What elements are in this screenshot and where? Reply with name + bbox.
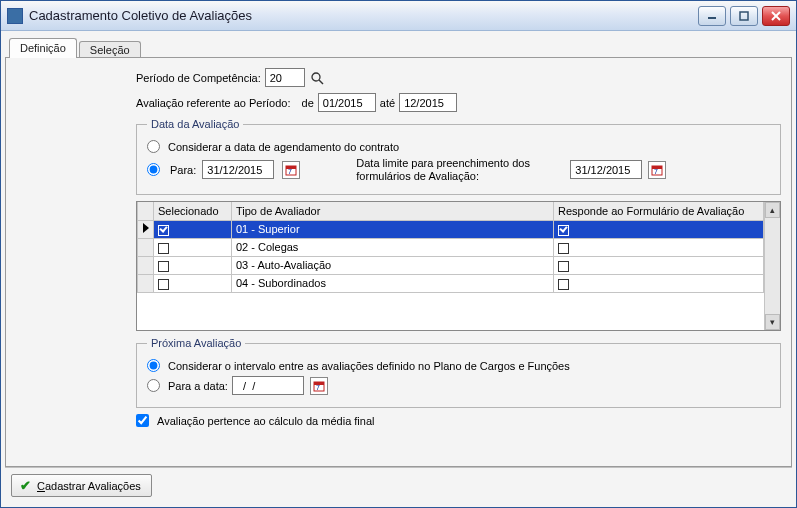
calendar-icon: 7 (285, 164, 297, 176)
scroll-up-icon[interactable]: ▴ (765, 202, 780, 218)
grid-header-row: Selecionado Tipo de Avaliador Responde a… (138, 202, 764, 220)
search-icon[interactable] (311, 72, 325, 86)
calendar-button-limite[interactable]: 7 (648, 161, 666, 179)
svg-line-2 (772, 12, 780, 20)
checkbox-selecionado[interactable] (158, 225, 169, 236)
radio-proxima-data-row: Para a data: 7 (147, 376, 770, 395)
radio-agendamento-label: Considerar a data de agendamento do cont… (168, 141, 399, 153)
checkbox-selecionado[interactable] (158, 279, 169, 290)
para-date-input[interactable] (202, 160, 274, 179)
calendar-icon: 7 (651, 164, 663, 176)
svg-line-5 (319, 80, 323, 84)
svg-rect-13 (314, 382, 324, 385)
window-frame: Cadastramento Coletivo de Avaliações Def… (0, 0, 797, 508)
grid-scrollbar[interactable]: ▴ ▾ (764, 202, 780, 330)
svg-text:7: 7 (288, 168, 292, 175)
tab-strip: Definição Seleção (5, 35, 792, 57)
calendar-icon: 7 (313, 380, 325, 392)
radio-para-row: Para: 7 Data limite para preenchimento d… (147, 157, 770, 182)
svg-rect-6 (286, 166, 296, 175)
group-proxima-legend: Próxima Avaliação (147, 337, 245, 349)
group-data-avaliacao-legend: Data da Avaliação (147, 118, 243, 130)
table-row[interactable]: 01 - Superior (138, 220, 764, 238)
referente-de-input[interactable] (318, 93, 376, 112)
window-title: Cadastramento Coletivo de Avaliações (29, 8, 698, 23)
checkbox-selecionado[interactable] (158, 261, 169, 272)
scroll-track[interactable] (765, 218, 780, 314)
proxima-data-input[interactable] (232, 376, 304, 395)
cadastrar-button[interactable]: ✔ Cadastrar Avaliações (11, 474, 152, 497)
referente-de-label: de (302, 97, 314, 109)
close-button[interactable] (762, 6, 790, 26)
maximize-button[interactable] (730, 6, 758, 26)
radio-plano[interactable] (147, 359, 160, 372)
calendar-button-para[interactable]: 7 (282, 161, 300, 179)
maximize-icon (739, 11, 749, 21)
radio-agendamento-row: Considerar a data de agendamento do cont… (147, 140, 770, 153)
periodo-label: Período de Competência: (136, 72, 261, 84)
media-final-row: Avaliação pertence ao cálculo da média f… (136, 414, 781, 427)
radio-para-label: Para: (170, 164, 196, 176)
checkbox-selecionado[interactable] (158, 243, 169, 254)
scroll-down-icon[interactable]: ▾ (765, 314, 780, 330)
window-buttons (698, 6, 790, 26)
checkbox-responde[interactable] (558, 225, 569, 236)
radio-proxima-data[interactable] (147, 379, 160, 392)
grid-header-responde[interactable]: Responde ao Formulário de Avaliação (554, 202, 764, 220)
footer-bar: ✔ Cadastrar Avaliações (5, 467, 792, 503)
cell-tipo: 04 - Subordinados (232, 274, 554, 292)
cadastrar-button-label: Cadastrar Avaliações (37, 480, 141, 492)
referente-row: Avaliação referente ao Período: de até (136, 93, 781, 112)
radio-plano-label: Considerar o intervalo entre as avaliaçõ… (168, 360, 570, 372)
svg-text:7: 7 (316, 384, 320, 391)
minimize-button[interactable] (698, 6, 726, 26)
periodo-row: Período de Competência: (136, 68, 781, 87)
avaliador-table: Selecionado Tipo de Avaliador Responde a… (137, 202, 764, 293)
group-data-avaliacao: Data da Avaliação Considerar a data de a… (136, 118, 781, 195)
svg-rect-9 (652, 166, 662, 175)
table-row[interactable]: 03 - Auto-Avaliação (138, 256, 764, 274)
svg-line-3 (772, 12, 780, 20)
svg-rect-10 (652, 166, 662, 169)
periodo-input[interactable] (265, 68, 305, 87)
radio-para[interactable] (147, 163, 160, 176)
limite-block: Data limite para preenchimento dos formu… (356, 157, 666, 182)
tab-page-definicao: Período de Competência: Avaliação refere… (5, 57, 792, 467)
limite-date-input[interactable] (570, 160, 642, 179)
titlebar: Cadastramento Coletivo de Avaliações (1, 1, 796, 31)
close-icon (771, 11, 781, 21)
table-row[interactable]: 02 - Colegas (138, 238, 764, 256)
radio-plano-row: Considerar o intervalo entre as avaliaçõ… (147, 359, 770, 372)
checkbox-responde[interactable] (558, 261, 569, 272)
checkbox-responde[interactable] (558, 243, 569, 254)
cell-tipo: 02 - Colegas (232, 238, 554, 256)
app-icon (7, 8, 23, 24)
radio-proxima-data-label: Para a data: (168, 380, 228, 392)
tab-definicao[interactable]: Definição (9, 38, 77, 58)
row-pointer-icon (143, 223, 149, 233)
checkbox-media-final[interactable] (136, 414, 149, 427)
svg-rect-1 (740, 12, 748, 20)
minimize-icon (707, 11, 717, 21)
referente-ate-label: até (380, 97, 395, 109)
radio-agendamento[interactable] (147, 140, 160, 153)
calendar-button-proxima[interactable]: 7 (310, 377, 328, 395)
avaliador-grid: Selecionado Tipo de Avaliador Responde a… (136, 201, 781, 331)
svg-point-4 (312, 73, 320, 81)
checkbox-responde[interactable] (558, 279, 569, 290)
table-row[interactable]: 04 - Subordinados (138, 274, 764, 292)
referente-label: Avaliação referente ao Período: (136, 97, 291, 109)
svg-text:7: 7 (654, 168, 658, 175)
media-final-label: Avaliação pertence ao cálculo da média f… (157, 415, 375, 427)
grid-header-tipo[interactable]: Tipo de Avaliador (232, 202, 554, 220)
client-area: Definição Seleção Período de Competência… (1, 31, 796, 507)
svg-rect-7 (286, 166, 296, 169)
grid-header-indicator (138, 202, 154, 220)
referente-ate-input[interactable] (399, 93, 457, 112)
limite-label: Data limite para preenchimento dos formu… (356, 157, 566, 182)
cell-tipo: 01 - Superior (232, 220, 554, 238)
cell-tipo: 03 - Auto-Avaliação (232, 256, 554, 274)
grid-header-selecionado[interactable]: Selecionado (154, 202, 232, 220)
group-proxima: Próxima Avaliação Considerar o intervalo… (136, 337, 781, 408)
check-icon: ✔ (20, 479, 31, 492)
